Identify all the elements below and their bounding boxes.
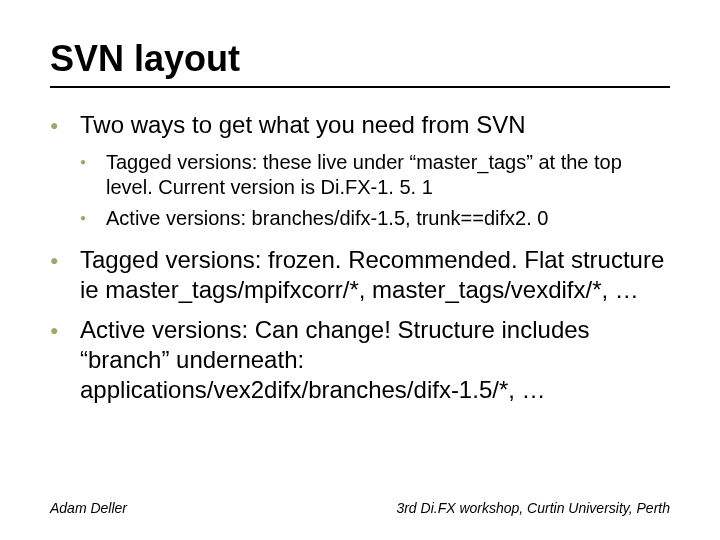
bullet-text: Tagged versions: these live under “maste… — [106, 150, 670, 200]
sub-bullet-group: ● Tagged versions: these live under “mas… — [50, 150, 670, 231]
bullet-icon: ● — [80, 150, 106, 200]
bullet-text: Two ways to get what you need from SVN — [80, 110, 670, 140]
bullet-text: Active versions: Can change! Structure i… — [80, 315, 670, 405]
bullet-icon: ● — [50, 110, 80, 140]
slide: SVN layout ● Two ways to get what you ne… — [0, 0, 720, 540]
bullet-icon: ● — [80, 206, 106, 231]
bullet-text: Active versions: branches/difx-1.5, trun… — [106, 206, 670, 231]
bullet-level1: ● Active versions: Can change! Structure… — [50, 315, 670, 405]
bullet-icon: ● — [50, 245, 80, 305]
slide-content: ● Two ways to get what you need from SVN… — [50, 110, 670, 405]
bullet-level2: ● Tagged versions: these live under “mas… — [80, 150, 670, 200]
footer-event: 3rd Di.FX workshop, Curtin University, P… — [396, 500, 670, 516]
bullet-level1: ● Tagged versions: frozen. Recommended. … — [50, 245, 670, 305]
bullet-icon: ● — [50, 315, 80, 405]
bullet-level1: ● Two ways to get what you need from SVN — [50, 110, 670, 140]
footer-author: Adam Deller — [50, 500, 127, 516]
bullet-level2: ● Active versions: branches/difx-1.5, tr… — [80, 206, 670, 231]
title-underline — [50, 86, 670, 88]
slide-footer: Adam Deller 3rd Di.FX workshop, Curtin U… — [50, 500, 670, 516]
bullet-text: Tagged versions: frozen. Recommended. Fl… — [80, 245, 670, 305]
slide-title: SVN layout — [50, 38, 670, 80]
